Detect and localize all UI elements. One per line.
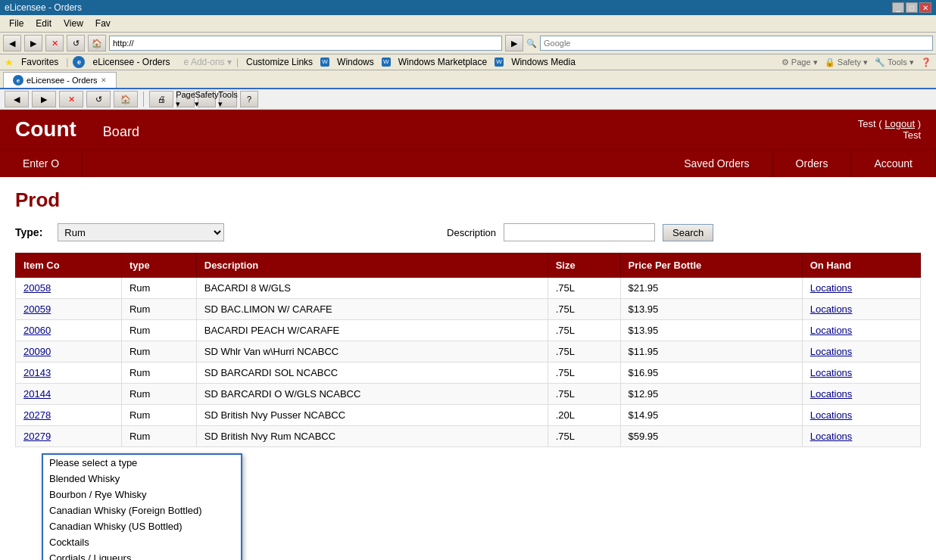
toolbar-home[interactable]: 🏠 [114,91,138,107]
cell-price: $16.95 [620,362,802,384]
toolbar-tools[interactable]: Tools ▾ [219,91,237,107]
back-btn[interactable]: ◀ [3,35,21,51]
nav-saved-orders[interactable]: Saved Orders [661,150,772,177]
home-btn[interactable]: 🏠 [88,35,106,51]
col-item-code: Item Co [16,254,122,278]
ie-bookmark[interactable]: eLicensee - Orders [89,56,173,68]
cell-code[interactable]: 20090 [16,341,122,362]
cell-locations[interactable]: Locations [802,362,920,384]
favorites-link[interactable]: Favorites [18,56,61,68]
cell-type: Rum [121,405,196,426]
cell-code[interactable]: 20278 [16,405,122,426]
logout-link[interactable]: Logout [885,118,915,129]
view-menu[interactable]: View [58,17,89,30]
go-btn[interactable]: ▶ [505,35,523,51]
maximize-btn[interactable]: □ [906,2,918,13]
address-input[interactable] [109,36,502,51]
toolbar-refresh[interactable]: ↺ [86,91,111,107]
tab-bar: e eLicensee - Orders ✕ [0,70,936,89]
dropdown-item[interactable]: Canadian Whisky (Foreign Bottled) [43,502,241,518]
tab-close-btn[interactable]: ✕ [101,76,107,84]
favorites-menu[interactable]: Fav [89,17,117,30]
refresh-btn[interactable]: ↺ [67,35,85,51]
toolbar-safety[interactable]: Safety ▾ [198,91,216,107]
type-select-container: Rum [58,223,224,241]
customize-links[interactable]: Customize Links [243,56,316,68]
search-button[interactable]: Search [663,224,713,241]
nav-orders[interactable]: Orders [773,150,852,177]
cell-price: $13.95 [620,299,802,320]
dropdown-item[interactable]: Please select a type [43,455,241,471]
forward-btn[interactable]: ▶ [24,35,42,51]
filter-row: Type: Rum Description Search [15,223,921,241]
cell-code[interactable]: 20143 [16,362,122,384]
nav-account[interactable]: Account [851,150,936,177]
dropdown-item[interactable]: Cordials / Liqueurs [43,550,241,560]
type-label: Type: [15,226,42,238]
dropdown-item[interactable]: Bourbon / Rye Whisky [43,487,241,502]
cell-description: SD British Nvy Rum NCABCC [196,426,548,447]
toolbar-print[interactable]: 🖨 [149,91,173,107]
table-row: 20278 Rum SD British Nvy Pusser NCABCC .… [16,405,921,426]
cell-code[interactable]: 20059 [16,299,122,320]
cell-type: Rum [121,384,196,405]
cell-type: Rum [121,341,196,362]
minimize-btn[interactable]: _ [892,2,904,13]
toolbar-help[interactable]: ? [240,91,258,107]
paren-open: ( [878,118,881,129]
cell-description: SD BAC.LIMON W/ CARAFE [196,299,548,320]
type-dropdown: Please select a typeBlended WhiskyBourbo… [42,453,242,560]
toolbar-stop[interactable]: ✕ [59,91,83,107]
table-row: 20058 Rum BACARDI 8 W/GLS .75L $21.95 Lo… [16,278,921,299]
close-btn[interactable]: ✕ [919,2,931,13]
cell-description: BACARDI 8 W/GLS [196,278,548,299]
cell-locations[interactable]: Locations [802,341,920,362]
toolbar-forward[interactable]: ▶ [32,91,56,107]
table-row: 20144 Rum SD BARCARDI O W/GLS NCABCC .75… [16,384,921,405]
cell-code[interactable]: 20144 [16,384,122,405]
file-menu[interactable]: File [3,17,30,30]
media-link[interactable]: Windows Media [508,56,579,68]
cell-type: Rum [121,278,196,299]
active-tab[interactable]: e eLicensee - Orders ✕ [3,72,117,88]
marketplace-link[interactable]: Windows Marketplace [395,56,490,68]
cell-price: $11.95 [620,341,802,362]
search-input[interactable] [540,36,933,51]
dropdown-item[interactable]: Cocktails [43,534,241,550]
type-select[interactable]: Rum [58,223,224,241]
cell-locations[interactable]: Locations [802,320,920,341]
col-size: Size [548,254,620,278]
dropdown-item[interactable]: Canadian Whisky (US Bottled) [43,518,241,534]
cell-size: .75L [548,278,620,299]
cell-locations[interactable]: Locations [802,405,920,426]
paren-close: ) [918,118,921,129]
stop-btn[interactable]: ✕ [45,35,64,51]
cell-description: SD BARCARDI SOL NCABCC [196,362,548,384]
windows-link[interactable]: Windows [334,56,377,68]
cell-locations[interactable]: Locations [802,299,920,320]
toolbar-back[interactable]: ◀ [5,91,29,107]
description-search-input[interactable] [504,223,655,241]
table-row: 20059 Rum SD BAC.LIMON W/ CARAFE .75L $1… [16,299,921,320]
app-header: Count Board Test ( Logout ) Test [0,110,936,149]
cell-code[interactable]: 20058 [16,278,122,299]
cell-size: .75L [548,426,620,447]
cell-code[interactable]: 20279 [16,426,122,447]
cell-type: Rum [121,362,196,384]
edit-menu[interactable]: Edit [30,17,58,30]
cell-description: SD Whlr Van w\Hurri NCABCC [196,341,548,362]
cell-locations[interactable]: Locations [802,426,920,447]
menu-bar: File Edit View Fav [0,15,936,33]
cell-locations[interactable]: Locations [802,384,920,405]
app-nav-bar: Enter O Saved Orders Orders Account [0,149,936,177]
cell-code[interactable]: 20060 [16,320,122,341]
nav-enter-order[interactable]: Enter O [0,150,83,177]
window-controls: _ □ ✕ [892,2,931,13]
app-title: Count Board [15,117,139,142]
cell-price: $21.95 [620,278,802,299]
cell-price: $59.95 [620,426,802,447]
cell-locations[interactable]: Locations [802,278,920,299]
toolbar-page[interactable]: Page ▾ [176,91,195,107]
user-subtitle: Test [903,129,921,141]
dropdown-item[interactable]: Blended Whisky [43,471,241,487]
